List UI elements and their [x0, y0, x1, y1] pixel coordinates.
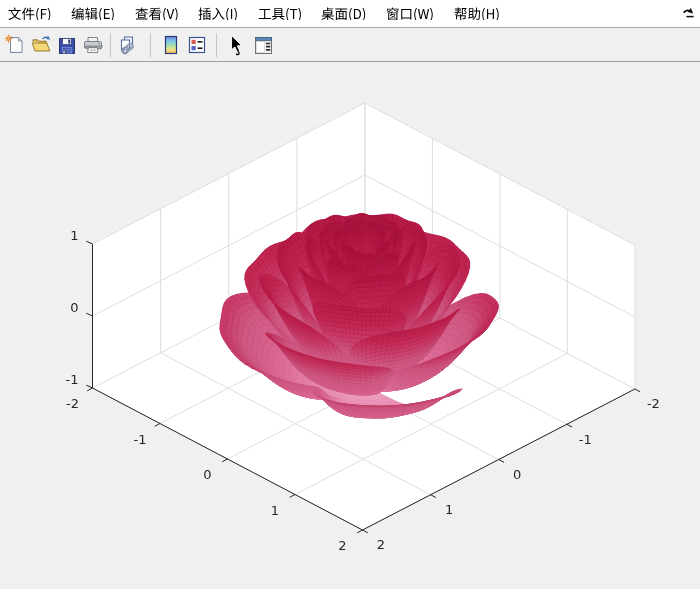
toolbar-separator: [216, 33, 217, 57]
menu-insert[interactable]: 插入(I): [198, 0, 238, 28]
figure-toolbar: [0, 29, 700, 62]
menu-label-glyphs: [454, 7, 500, 21]
menu-window[interactable]: 窗口(W): [386, 0, 434, 28]
insert-legend-icon: [186, 34, 208, 56]
dock-figure-icon[interactable]: [682, 6, 695, 19]
menu-desktop[interactable]: 桌面(D): [321, 0, 366, 28]
menu-edit[interactable]: 编辑(E): [71, 0, 115, 28]
open-property-inspector-button[interactable]: [252, 34, 274, 56]
link-plot-button[interactable]: [117, 34, 139, 56]
open-file-icon: [30, 34, 52, 56]
menu-label-glyphs: [71, 7, 115, 21]
insert-colorbar-icon: [160, 34, 182, 56]
toolbar-separator: [150, 33, 151, 57]
save-figure-icon: [56, 34, 78, 56]
menu-label-glyphs: [258, 7, 302, 21]
menu-tools[interactable]: 工具(T): [258, 0, 302, 28]
insert-legend-button[interactable]: [186, 34, 208, 56]
menu-label-glyphs: [135, 7, 179, 21]
menu-label-glyphs: [386, 7, 434, 21]
matlab-figure-window: {"menu_bar": {"items": [{"id": "file", "…: [0, 0, 700, 589]
insert-colorbar-button[interactable]: [160, 34, 182, 56]
menu-file[interactable]: 文件(F): [8, 0, 52, 28]
print-figure-button[interactable]: [82, 34, 104, 56]
menu-label-glyphs: [321, 7, 366, 21]
menu-view[interactable]: 查看(V): [135, 0, 179, 28]
menu-label-glyphs: [198, 7, 238, 21]
save-figure-button[interactable]: [56, 34, 78, 56]
print-figure-icon: [82, 34, 104, 56]
toolbar-separator: [110, 33, 111, 57]
edit-plot-icon: [225, 34, 247, 56]
edit-plot-button[interactable]: [225, 34, 247, 56]
menu-label-glyphs: [8, 7, 52, 21]
open-property-inspector-icon: [252, 34, 274, 56]
new-figure-button[interactable]: [4, 34, 26, 56]
menu-help[interactable]: 帮助(H): [454, 0, 500, 28]
axes-3d-rose-plot[interactable]: [0, 62, 700, 589]
new-figure-icon: [4, 34, 26, 56]
link-plot-icon: [117, 34, 139, 56]
menu-bar: 文件(F)编辑(E)查看(V)插入(I)工具(T)桌面(D)窗口(W)帮助(H): [0, 0, 700, 28]
open-file-button[interactable]: [30, 34, 52, 56]
